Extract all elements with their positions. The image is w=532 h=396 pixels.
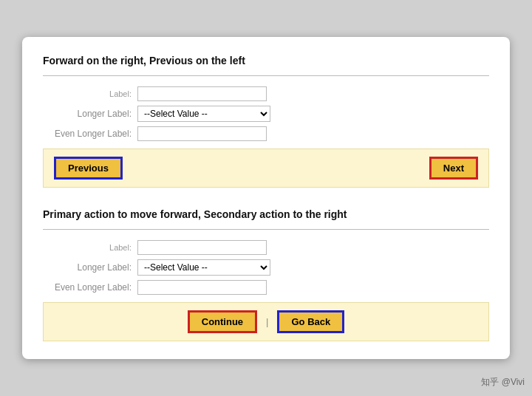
label-field-label-1: Label: xyxy=(43,89,132,98)
form-row-longer-2: Longer Label: --Select Value -- xyxy=(43,259,489,276)
longer-label-select-2[interactable]: --Select Value -- xyxy=(137,259,270,276)
label-input-2[interactable] xyxy=(137,240,267,255)
form-row-longer-1: Longer Label: --Select Value -- xyxy=(43,106,489,122)
even-longer-label-input-2[interactable] xyxy=(137,280,267,295)
form-row-even-longer-1: Even Longer Label: xyxy=(43,126,489,141)
section-1: Forward on the right, Previous on the le… xyxy=(43,55,489,188)
section-1-form: Label: Longer Label: --Select Value -- E… xyxy=(43,86,489,141)
next-button[interactable]: Next xyxy=(429,157,478,180)
button-bar-1: Previous Next xyxy=(43,148,489,188)
section-1-divider xyxy=(43,75,489,76)
form-row-label-1: Label: xyxy=(43,86,489,101)
longer-label-label-2: Longer Label: xyxy=(43,262,132,273)
even-longer-label-input-1[interactable] xyxy=(137,126,267,141)
section-1-title: Forward on the right, Previous on the le… xyxy=(43,55,489,66)
main-card: Forward on the right, Previous on the le… xyxy=(22,37,510,359)
button-bar-2: Continue | Go Back xyxy=(43,302,489,341)
section-2: Primary action to move forward, Secondar… xyxy=(43,208,489,341)
form-row-even-longer-2: Even Longer Label: xyxy=(43,280,489,295)
longer-label-label-1: Longer Label: xyxy=(43,109,132,119)
section-2-divider xyxy=(43,229,489,230)
watermark: 知乎 @Vivi xyxy=(481,376,525,389)
longer-label-select-1[interactable]: --Select Value -- xyxy=(137,106,270,122)
section-2-form: Label: Longer Label: --Select Value -- E… xyxy=(43,240,489,295)
even-longer-label-label-2: Even Longer Label: xyxy=(43,282,132,293)
continue-button[interactable]: Continue xyxy=(188,310,257,333)
button-separator: | xyxy=(266,316,268,327)
section-2-title: Primary action to move forward, Secondar… xyxy=(43,208,489,220)
go-back-button[interactable]: Go Back xyxy=(277,310,344,333)
label-field-label-2: Label: xyxy=(43,243,132,252)
previous-button[interactable]: Previous xyxy=(54,157,123,180)
label-input-1[interactable] xyxy=(137,86,267,101)
form-row-label-2: Label: xyxy=(43,240,489,255)
even-longer-label-label-1: Even Longer Label: xyxy=(43,129,132,139)
